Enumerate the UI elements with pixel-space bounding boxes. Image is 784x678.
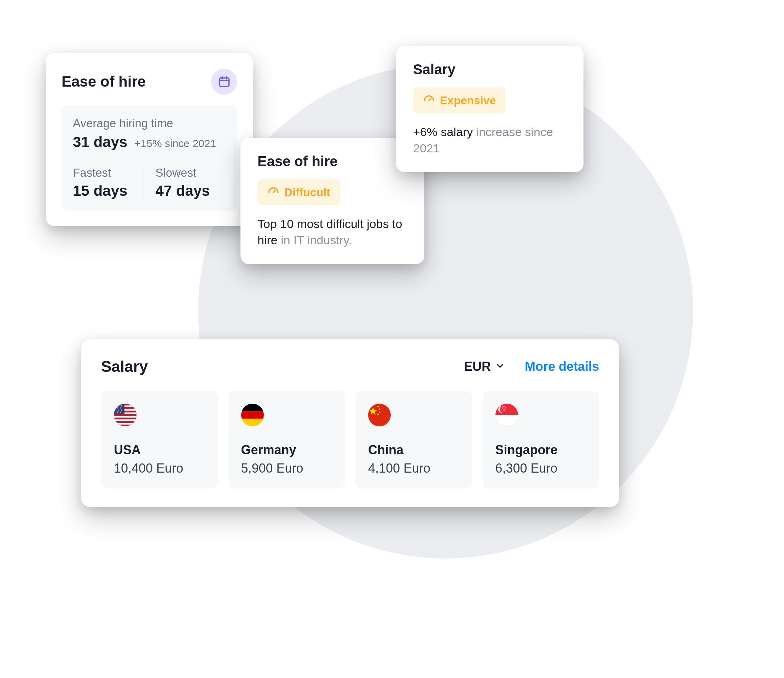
country-name: Singapore <box>496 443 587 457</box>
calendar-icon <box>211 68 237 95</box>
svg-rect-21 <box>241 419 264 426</box>
difficulty-desc-muted: in IT industry. <box>281 233 352 247</box>
svg-point-35 <box>502 409 503 411</box>
svg-point-14 <box>115 410 117 411</box>
country-name: USA <box>114 443 205 457</box>
country-tile-china[interactable]: China 4,100 Euro <box>355 391 472 488</box>
ease-of-hire-detail-card: Ease of hire Average hiring time 31 days… <box>46 53 253 226</box>
avg-hiring-time-label: Average hiring time <box>73 117 226 130</box>
flag-sg-icon <box>496 404 518 426</box>
svg-rect-19 <box>241 404 264 411</box>
svg-point-27 <box>377 414 379 415</box>
card-header: Ease of hire <box>62 68 237 95</box>
svg-point-32 <box>503 406 504 407</box>
svg-point-17 <box>117 412 118 413</box>
gauge-icon <box>267 185 279 200</box>
slowest-label: Slowest <box>156 166 226 180</box>
svg-point-12 <box>117 407 118 409</box>
svg-rect-6 <box>114 419 137 421</box>
avg-hiring-time-value: 31 days <box>73 134 127 151</box>
svg-rect-7 <box>114 423 137 425</box>
svg-rect-0 <box>220 78 229 87</box>
salary-badge-card: Salary Expensive +6% salary increase sin… <box>396 46 583 172</box>
country-tile-usa[interactable]: USA 10,400 Euro <box>101 391 218 488</box>
svg-point-13 <box>120 407 121 409</box>
svg-point-36 <box>504 409 505 411</box>
chevron-down-icon <box>495 359 505 374</box>
country-salary: 4,100 Euro <box>368 461 459 476</box>
avg-hiring-time-delta: +15% since 2021 <box>134 137 216 149</box>
card-title: Salary <box>413 62 567 78</box>
card-header: Salary EUR More details <box>101 358 599 375</box>
svg-rect-5 <box>114 416 137 418</box>
country-salary: 10,400 Euro <box>114 461 205 476</box>
expense-badge: Expensive <box>413 87 506 114</box>
ease-metrics-panel: Average hiring time 31 days +15% since 2… <box>62 105 237 211</box>
country-tile-singapore[interactable]: Singapore 6,300 Euro <box>483 391 599 488</box>
svg-point-26 <box>379 412 380 413</box>
salary-increase-description: +6% salary increase since 2021 <box>413 124 567 157</box>
card-title: Ease of hire <box>257 153 407 170</box>
currency-select[interactable]: EUR <box>464 359 505 374</box>
svg-rect-8 <box>114 404 125 414</box>
svg-point-9 <box>115 406 117 406</box>
country-name: Germany <box>241 443 332 457</box>
more-details-link[interactable]: More details <box>525 359 599 374</box>
difficulty-badge-label: Diffucult <box>284 186 330 199</box>
flag-de-icon <box>241 404 264 426</box>
flag-us-icon <box>114 404 137 426</box>
svg-point-34 <box>505 407 506 408</box>
fastest-label: Fastest <box>73 166 143 180</box>
card-title: Ease of hire <box>62 73 146 90</box>
svg-point-31 <box>500 406 507 413</box>
card-title: Salary <box>101 358 148 375</box>
country-salary: 5,900 Euro <box>241 461 332 476</box>
expense-badge-label: Expensive <box>440 94 496 107</box>
svg-point-15 <box>118 410 120 411</box>
svg-rect-20 <box>241 411 264 418</box>
svg-point-33 <box>502 407 503 408</box>
fastest-value: 15 days <box>73 182 143 199</box>
svg-point-18 <box>120 412 121 413</box>
svg-rect-29 <box>496 415 518 426</box>
country-salary: 6,300 Euro <box>496 461 587 476</box>
svg-point-24 <box>377 406 379 407</box>
difficulty-badge: Diffucult <box>257 179 340 205</box>
gauge-icon <box>423 93 435 108</box>
svg-rect-22 <box>368 404 391 426</box>
svg-point-25 <box>379 408 380 410</box>
flag-cn-icon <box>368 404 391 426</box>
salary-by-country-card: Salary EUR More details <box>81 339 619 507</box>
country-tile-germany[interactable]: Germany 5,900 Euro <box>228 391 345 488</box>
country-grid: USA 10,400 Euro Germany 5,900 Euro <box>101 391 599 488</box>
salary-increase-strong: +6% salary <box>413 125 476 138</box>
svg-point-16 <box>121 410 122 411</box>
currency-label: EUR <box>464 359 491 374</box>
country-name: China <box>368 443 459 457</box>
svg-point-10 <box>118 406 120 406</box>
slowest-value: 47 days <box>156 182 226 199</box>
svg-point-11 <box>121 406 122 406</box>
difficulty-description: Top 10 most difficult jobs to hire in IT… <box>257 216 407 249</box>
